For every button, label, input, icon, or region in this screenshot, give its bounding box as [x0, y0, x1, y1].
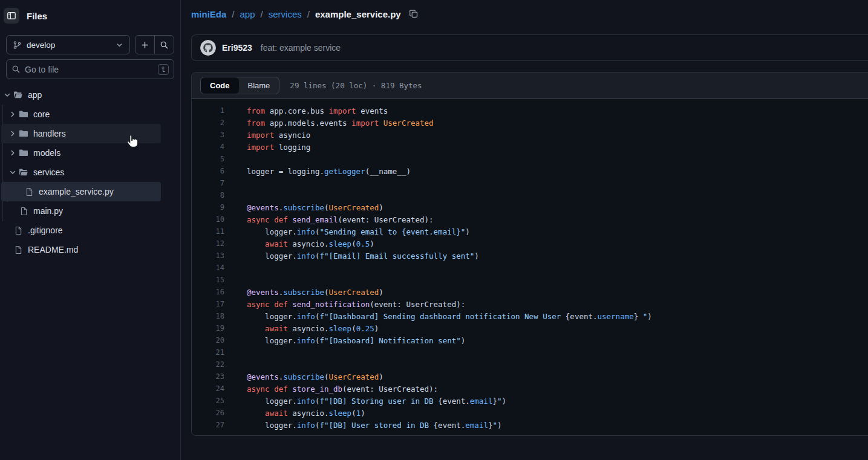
- tree-item-label: README.md: [28, 245, 78, 254]
- search-icon: [11, 65, 21, 74]
- file-meta: 29 lines (20 loc) · 819 Bytes: [290, 81, 422, 90]
- branch-row: develop: [0, 35, 180, 54]
- code-line: 3import asyncio: [192, 129, 868, 141]
- line-number[interactable]: 6: [192, 167, 224, 175]
- code-line: 19 await asyncio.sleep(0.25): [192, 322, 868, 334]
- tree-item-.gitignore[interactable]: .gitignore: [1, 221, 161, 240]
- line-number[interactable]: 17: [192, 300, 224, 308]
- line-number[interactable]: 15: [192, 276, 224, 284]
- file-icon: [19, 206, 28, 216]
- file-viewer-header: CodeBlame 29 lines (20 loc) · 819 Bytes: [192, 73, 868, 99]
- avatar: [200, 40, 216, 56]
- folder-icon: [19, 129, 28, 138]
- breadcrumb-item-services[interactable]: services: [269, 9, 302, 19]
- code-line-content: @events.subscribe(UserCreated): [224, 372, 383, 381]
- line-number[interactable]: 12: [192, 239, 224, 248]
- chevron-right-icon[interactable]: [8, 109, 18, 119]
- code-line-content: async def send_email(event: UserCreated)…: [224, 215, 434, 224]
- tree-item-core[interactable]: core: [1, 105, 161, 124]
- tree-item-label: app: [28, 90, 42, 100]
- line-number[interactable]: 18: [192, 312, 224, 320]
- last-commit-bar[interactable]: Eri9523 feat: example service: [191, 34, 868, 61]
- code-line: 1from app.core.bus import events: [192, 105, 868, 117]
- line-number[interactable]: 14: [192, 264, 224, 272]
- line-number[interactable]: 9: [192, 203, 224, 212]
- code-line: 11 logger.info("Sending email to {event.…: [192, 225, 868, 238]
- breadcrumb-item-miniEda[interactable]: miniEda: [191, 9, 226, 19]
- main-content: miniEda/app/services/example_service.py …: [181, 0, 868, 460]
- code-line-content: import logging: [224, 143, 310, 152]
- line-number[interactable]: 19: [192, 324, 224, 332]
- go-to-file-input[interactable]: [25, 65, 154, 74]
- line-number[interactable]: 3: [192, 131, 224, 139]
- code-line: 15: [192, 274, 868, 286]
- tab-blame[interactable]: Blame: [239, 77, 279, 94]
- tree-item-example_service.py[interactable]: example_service.py: [1, 182, 161, 201]
- line-number[interactable]: 8: [192, 191, 224, 199]
- breadcrumb-separator: /: [232, 9, 234, 19]
- line-number[interactable]: 11: [192, 227, 224, 236]
- chevron-right-icon[interactable]: [8, 129, 18, 138]
- tree-item-main.py[interactable]: main.py: [1, 201, 161, 221]
- line-number[interactable]: 16: [192, 288, 224, 296]
- line-number[interactable]: 7: [192, 179, 224, 187]
- commit-message[interactable]: feat: example service: [261, 43, 341, 53]
- tree-item-label: main.py: [33, 206, 63, 216]
- copy-icon: [409, 9, 419, 19]
- folder-open-icon: [13, 90, 23, 100]
- tree-item-handlers[interactable]: handlers: [1, 124, 161, 143]
- sidebar-panel-icon: [7, 11, 16, 21]
- code-line-content: await asyncio.sleep(1): [224, 409, 365, 418]
- collapse-sidebar-button[interactable]: [4, 8, 19, 24]
- add-file-button[interactable]: [135, 36, 154, 54]
- line-number[interactable]: 22: [192, 360, 224, 369]
- file-viewer: CodeBlame 29 lines (20 loc) · 819 Bytes …: [191, 72, 868, 436]
- code-line: 22: [192, 358, 868, 371]
- code-line: 20 logger.info(f"[Dasboard] Notification…: [192, 334, 868, 346]
- code-line: 21: [192, 346, 868, 358]
- line-number[interactable]: 26: [192, 409, 224, 417]
- tab-code[interactable]: Code: [201, 77, 239, 94]
- line-number[interactable]: 27: [192, 421, 224, 429]
- commit-author[interactable]: Eri9523: [222, 43, 252, 53]
- code-line-content: @events.subscribe(UserCreated): [224, 203, 383, 212]
- breadcrumb-item-app[interactable]: app: [240, 9, 255, 19]
- line-number[interactable]: 23: [192, 372, 224, 381]
- code-blame-switcher: CodeBlame: [200, 77, 279, 94]
- tree-item-app[interactable]: app: [1, 85, 161, 105]
- sidebar-header: Files: [0, 0, 180, 24]
- tree-item-label: core: [33, 109, 50, 119]
- tree-item-README.md[interactable]: README.md: [1, 240, 161, 259]
- line-number[interactable]: 2: [192, 118, 224, 127]
- code-line-content: logger.info(f"[Dasboard] Notification se…: [224, 336, 465, 345]
- chevron-down-icon[interactable]: [2, 90, 12, 100]
- line-number[interactable]: 24: [192, 384, 224, 393]
- line-number[interactable]: 20: [192, 336, 224, 345]
- search-tree-button[interactable]: [155, 36, 174, 54]
- chevron-right-icon[interactable]: [8, 148, 18, 158]
- file-icon: [13, 245, 23, 254]
- tree-item-label: models: [33, 148, 60, 158]
- line-number[interactable]: 4: [192, 143, 224, 151]
- branch-selector[interactable]: develop: [6, 35, 130, 54]
- code-line: 26 await asyncio.sleep(1): [192, 407, 868, 419]
- code-line-content: logger = logging.getLogger(__name__): [224, 167, 411, 176]
- line-number[interactable]: 21: [192, 348, 224, 357]
- folder-icon: [19, 109, 28, 119]
- line-number[interactable]: 5: [192, 155, 224, 163]
- copy-path-button[interactable]: [408, 8, 420, 20]
- sidebar-title: Files: [27, 11, 47, 21]
- breadcrumb-item-example_service.py: example_service.py: [315, 9, 401, 19]
- code-line-content: await asyncio.sleep(0.5): [224, 239, 374, 248]
- line-number[interactable]: 13: [192, 251, 224, 260]
- breadcrumb-separator: /: [261, 9, 263, 19]
- code-line: 27 logger.info(f"[DB] User stored in DB …: [192, 419, 868, 431]
- tree-item-services[interactable]: services: [1, 163, 161, 182]
- code-line: 13 logger.info(f"[Email] Email successfu…: [192, 250, 868, 262]
- line-number[interactable]: 25: [192, 397, 224, 405]
- line-number[interactable]: 10: [192, 215, 224, 224]
- tree-item-models[interactable]: models: [1, 143, 161, 163]
- code-line-content: import asyncio: [224, 131, 310, 140]
- line-number[interactable]: 1: [192, 106, 224, 115]
- chevron-down-icon[interactable]: [8, 167, 18, 177]
